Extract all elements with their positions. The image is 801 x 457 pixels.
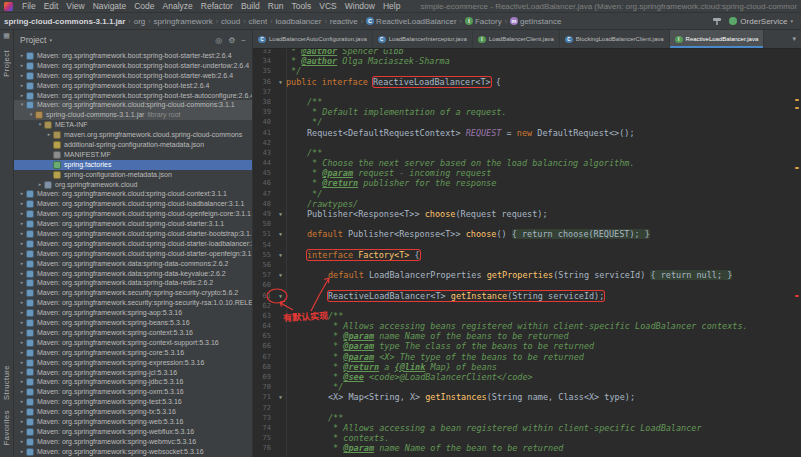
menu-item-navigate[interactable]: Navigate xyxy=(89,1,131,11)
line-number[interactable]: 74 xyxy=(253,423,275,433)
breadcrumb-item-reactiveloadbalancer[interactable]: CReactiveLoadBalancer xyxy=(366,17,457,26)
tree-item-maven-org-springframework-spring-core-5-3-16[interactable]: ▸Maven: org.springframework:spring-core:… xyxy=(14,348,252,358)
chevron-right-icon[interactable]: ▸ xyxy=(18,397,26,407)
line-number[interactable]: 62 xyxy=(253,301,275,311)
chevron-right-icon[interactable]: ▸ xyxy=(18,318,26,328)
tree-item-maven-org-springframework-boot-spring-boot-start[interactable]: ▸Maven: org.springframework.boot:spring-… xyxy=(14,61,252,71)
chevron-right-icon[interactable]: ▸ xyxy=(18,278,26,288)
chevron-down-icon[interactable]: ▾ xyxy=(27,110,35,120)
chevron-right-icon[interactable]: ▸ xyxy=(18,377,26,387)
chevron-right-icon[interactable]: ▸ xyxy=(18,71,26,81)
implemented-marker-icon[interactable]: ▼ xyxy=(275,291,286,301)
tree-item-maven-org-springframework-cloud-spring-cloud-sta[interactable]: ▸Maven: org.springframework.cloud:spring… xyxy=(14,249,252,259)
menu-item-build[interactable]: Build xyxy=(237,1,264,11)
chevron-right-icon[interactable]: ▸ xyxy=(18,437,26,447)
tree-item-spring-cloud-commons-3-1-1-jar[interactable]: ▾spring-cloud-commons-3.1.1.jarlibrary r… xyxy=(14,110,252,120)
toolwindow-button-favorites[interactable]: Favorites xyxy=(2,410,11,445)
tree-item-maven-org-springframework-cloud-spring-cloud-loa[interactable]: ▸Maven: org.springframework.cloud:spring… xyxy=(14,199,252,209)
line-number[interactable]: 39 xyxy=(253,107,275,117)
line-number[interactable]: 42 xyxy=(253,138,275,148)
implemented-marker-icon[interactable]: ▼ xyxy=(275,229,286,239)
chevron-right-icon[interactable]: ▸ xyxy=(18,199,26,209)
line-number[interactable]: 51 xyxy=(253,229,275,239)
chevron-right-icon[interactable]: ▸ xyxy=(18,91,26,101)
chevron-right-icon[interactable]: ▸ xyxy=(18,447,26,457)
tree-item-org-springframework-cloud[interactable]: ▸org.springframework.cloud xyxy=(14,180,252,190)
chevron-right-icon[interactable]: ▸ xyxy=(18,239,26,249)
chevron-right-icon[interactable]: ▸ xyxy=(18,81,26,91)
chevron-right-icon[interactable]: ▸ xyxy=(18,358,26,368)
implemented-marker-icon[interactable]: ▼ xyxy=(275,77,286,87)
line-number[interactable]: 40 xyxy=(253,117,275,127)
toolwindow-switcher-icon[interactable]: ▦ xyxy=(3,32,10,40)
tree-item-manifest-mf[interactable]: MANIFEST.MF xyxy=(14,150,252,160)
line-number[interactable]: 57 xyxy=(253,270,275,280)
breadcrumb-item-client[interactable]: client xyxy=(249,17,268,26)
tree-item-maven-org-springframework-spring-jdbc-5-3-16[interactable]: ▸Maven: org.springframework:spring-jdbc:… xyxy=(14,377,252,387)
tree-item-maven-org-springframework-cloud-spring-cloud-com[interactable]: ▾Maven: org.springframework.cloud:spring… xyxy=(14,100,252,110)
build-hammer-icon[interactable] xyxy=(712,12,722,30)
tree-item-maven-org-springframework-spring-webflux-5-3-16[interactable]: ▸Maven: org.springframework:spring-webfl… xyxy=(14,427,252,437)
chevron-right-icon[interactable]: ▸ xyxy=(18,387,26,397)
chevron-right-icon[interactable]: ▸ xyxy=(18,407,26,417)
tree-item-maven-org-springframework-spring-aop-5-3-16[interactable]: ▸Maven: org.springframework:spring-aop:5… xyxy=(14,308,252,318)
menu-item-analyze[interactable]: Analyze xyxy=(159,1,197,11)
tree-item-spring-factories[interactable]: spring.factories xyxy=(14,160,252,170)
breadcrumb-item-springframework[interactable]: springframework xyxy=(154,17,213,26)
breadcrumb-item-cloud[interactable]: cloud xyxy=(221,17,240,26)
toolwindow-button-structure[interactable]: Structure xyxy=(2,365,11,400)
chevron-down-icon[interactable]: ▾ xyxy=(18,100,26,110)
line-number[interactable]: 63 xyxy=(253,311,275,321)
chevron-right-icon[interactable]: ▸ xyxy=(18,328,26,338)
line-number[interactable]: 67 xyxy=(253,352,275,362)
tree-item-spring-configuration-metadata-json[interactable]: spring-configuration-metadata.json xyxy=(14,170,252,180)
tab-list-icon[interactable]: ▾ xyxy=(787,30,801,48)
tree-item-maven-org-springframework-boot-spring-boot-test-[interactable]: ▸Maven: org.springframework.boot:spring-… xyxy=(14,81,252,91)
menu-item-help[interactable]: Help xyxy=(379,1,404,11)
tree-item-maven-org-springframework-security-spring-securi[interactable]: ▸Maven: org.springframework.security:spr… xyxy=(14,298,252,308)
tree-item-maven-org-springframework-spring-jcl-5-3-16[interactable]: ▸Maven: org.springframework:spring-jcl:5… xyxy=(14,368,252,378)
line-number[interactable]: 65 xyxy=(253,331,275,341)
line-number[interactable]: 76 xyxy=(253,443,275,453)
line-number[interactable]: 36 xyxy=(253,77,275,87)
toolwindow-button-project[interactable]: Project xyxy=(2,50,11,77)
tree-item-maven-org-springframework-spring-context-support[interactable]: ▸Maven: org.springframework:spring-conte… xyxy=(14,338,252,348)
chevron-right-icon[interactable]: ▸ xyxy=(18,288,26,298)
chevron-right-icon[interactable]: ▸ xyxy=(18,417,26,427)
menu-item-window[interactable]: Window xyxy=(341,1,379,11)
line-number[interactable]: 37 xyxy=(253,87,275,97)
settings-icon[interactable]: ⚙ xyxy=(228,36,235,45)
menu-item-run[interactable]: Run xyxy=(264,1,288,11)
line-number[interactable]: 35 xyxy=(253,66,275,76)
tree-item-maven-org-springframework-cloud-spring-cloud-com[interactable]: ▸maven.org.springframework.cloud.spring-… xyxy=(14,130,252,140)
tree-item-maven-org-springframework-spring-webmvc-5-3-16[interactable]: ▸Maven: org.springframework:spring-webmv… xyxy=(14,437,252,447)
menu-item-refactor[interactable]: Refactor xyxy=(197,1,237,11)
line-number[interactable]: 54 xyxy=(253,240,275,250)
tree-item-maven-org-springframework-data-spring-data-redis[interactable]: ▸Maven: org.springframework.data:spring-… xyxy=(14,278,252,288)
line-number[interactable]: 44 xyxy=(253,158,275,168)
tree-item-maven-org-springframework-data-spring-data-commo[interactable]: ▸Maven: org.springframework.data:spring-… xyxy=(14,259,252,269)
chevron-right-icon[interactable]: ▸ xyxy=(18,219,26,229)
line-number[interactable]: 41 xyxy=(253,128,275,138)
chevron-right-icon[interactable]: ▸ xyxy=(36,180,44,190)
menu-item-file[interactable]: File xyxy=(18,1,40,11)
line-number[interactable]: 48 xyxy=(253,199,275,209)
tree-item-maven-org-springframework-spring-expression-5-3-[interactable]: ▸Maven: org.springframework:spring-expre… xyxy=(14,358,252,368)
tree-item-maven-org-springframework-spring-test-5-3-16[interactable]: ▸Maven: org.springframework:spring-test:… xyxy=(14,397,252,407)
chevron-right-icon[interactable]: ▸ xyxy=(18,209,26,219)
implemented-marker-icon[interactable]: ▼ xyxy=(275,209,286,219)
tree-item-maven-org-springframework-spring-web-5-3-16[interactable]: ▸Maven: org.springframework:spring-web:5… xyxy=(14,417,252,427)
tab-loadbalancerautoconfiguration-java[interactable]: CLoadBalancerAutoConfiguration.java xyxy=(253,30,373,48)
tree-item-maven-org-springframework-security-spring-securi[interactable]: ▸Maven: org.springframework.security:spr… xyxy=(14,288,252,298)
breadcrumb-item-loadbalancer[interactable]: loadbalancer xyxy=(276,17,322,26)
line-number[interactable]: 64 xyxy=(253,321,275,331)
tree-item-maven-org-springframework-cloud-spring-cloud-sta[interactable]: ▸Maven: org.springframework.cloud:spring… xyxy=(14,229,252,239)
chevron-right-icon[interactable]: ▸ xyxy=(18,338,26,348)
tree-item-maven-org-springframework-spring-tx-5-3-16[interactable]: ▸Maven: org.springframework:spring-tx:5.… xyxy=(14,407,252,417)
line-number[interactable]: 61 xyxy=(253,291,275,301)
tree-item-maven-org-springframework-spring-context-5-3-16[interactable]: ▸Maven: org.springframework:spring-conte… xyxy=(14,328,252,338)
line-number[interactable]: 69 xyxy=(253,372,275,382)
line-number[interactable]: 50 xyxy=(253,219,275,229)
line-number[interactable]: 45 xyxy=(253,168,275,178)
line-number[interactable]: 43 xyxy=(253,148,275,158)
